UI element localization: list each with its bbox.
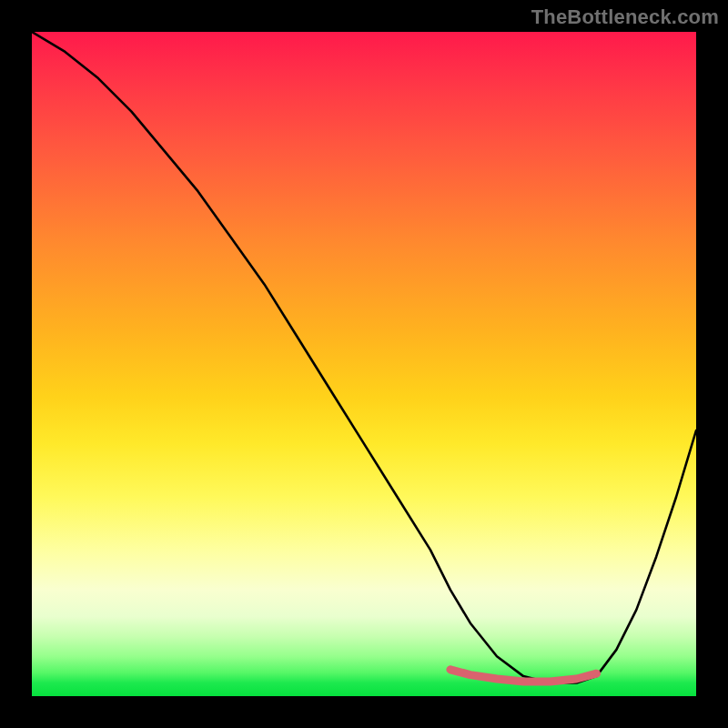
plot-area [32, 32, 696, 696]
bottleneck-curve [32, 32, 696, 682]
chart-frame: TheBottleneck.com [0, 0, 728, 728]
chart-svg [32, 32, 696, 696]
watermark-text: TheBottleneck.com [531, 5, 719, 29]
